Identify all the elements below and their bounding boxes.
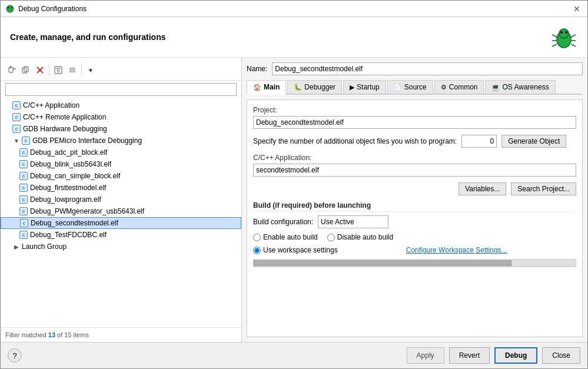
svg-line-12 xyxy=(571,44,576,46)
right-panel: Name: 🏠 Main 🐛 Debugger ▶ Startup 📄 xyxy=(242,58,587,342)
tree-item-gdb-hw[interactable]: c GDB Hardware Debugging xyxy=(1,123,241,135)
tree-item-cpp-remote[interactable]: c C/C++ Remote Application xyxy=(1,111,241,123)
tree-item-debug-test[interactable]: c Debug_TestFDCDBC.elf xyxy=(1,229,241,241)
enable-auto-build-label: Enable auto build xyxy=(263,233,318,241)
c-icon: c xyxy=(19,160,28,168)
debugger-tab-icon: 🐛 xyxy=(294,84,302,91)
cpp-app-input[interactable] xyxy=(253,164,576,177)
tab-source-label: Source xyxy=(404,83,427,91)
name-label: Name: xyxy=(247,65,267,73)
more-options-button[interactable]: ▼ xyxy=(84,64,97,77)
c-icon: c xyxy=(12,113,21,121)
disable-auto-build-radio[interactable] xyxy=(327,234,335,241)
tree-item-debug-pwm[interactable]: c Debug_PWMgenerator_usb5643l.elf xyxy=(1,205,241,217)
toolbar-separator-1 xyxy=(49,65,49,75)
tree-item-cpp-app[interactable]: c C/C++ Application xyxy=(1,99,241,111)
title-bar: Debug Configurations ✕ xyxy=(1,1,587,17)
filter-total: of 15 items xyxy=(57,331,89,338)
use-workspace-radio-item: Use workspace settings xyxy=(253,246,338,254)
svg-line-9 xyxy=(552,44,557,46)
tree-item-debug-second[interactable]: c Debug_secondtestmodel.elf xyxy=(1,217,241,229)
svg-line-7 xyxy=(552,35,557,37)
c-icon: c xyxy=(12,101,21,109)
enable-auto-build-radio[interactable] xyxy=(253,234,261,241)
apply-button[interactable]: Apply xyxy=(407,347,444,364)
filter-button[interactable] xyxy=(52,64,65,77)
tree-item-debug-blink[interactable]: c Debug_blink_usb5643l.elf xyxy=(1,158,241,170)
delete-config-button[interactable] xyxy=(34,64,46,77)
auto-build-radio-group: Enable auto build Disable auto build xyxy=(253,233,576,241)
dialog-title: Debug Configurations xyxy=(18,5,87,13)
horizontal-scrollbar[interactable] xyxy=(253,259,576,267)
project-input[interactable] xyxy=(253,116,576,129)
use-workspace-radio[interactable] xyxy=(253,247,261,254)
tree-item-label: GDB Hardware Debugging xyxy=(23,125,107,133)
new-config-button[interactable] xyxy=(5,64,18,77)
obj-files-label: Specify the number of additional object … xyxy=(253,137,457,145)
tree-item-debug-adc[interactable]: c Debug_adc_pit_block.elf xyxy=(1,147,241,158)
tree-item-label: Debug_blink_usb5643l.elf xyxy=(30,160,111,168)
svg-point-1 xyxy=(8,6,9,8)
build-config-input[interactable] xyxy=(318,215,388,228)
workspace-radio-group: Use workspace settings Configure Workspa… xyxy=(253,246,576,254)
name-input[interactable] xyxy=(272,62,583,75)
tab-debugger[interactable]: 🐛 Debugger xyxy=(287,80,342,94)
close-window-button[interactable]: ✕ xyxy=(571,4,583,14)
project-label: Project: xyxy=(253,106,576,114)
os-tab-icon: 💻 xyxy=(491,84,500,91)
common-tab-icon: ⚙ xyxy=(441,84,447,91)
filter-status: Filter matched 13 of 15 items xyxy=(1,327,241,342)
close-button[interactable]: Close xyxy=(542,347,580,364)
c-icon: c xyxy=(19,172,28,180)
expand-icon: ▼ xyxy=(12,137,21,145)
tab-main[interactable]: 🏠 Main xyxy=(247,80,286,95)
configure-workspace-link[interactable]: Configure Workspace Settings... xyxy=(406,246,507,254)
tab-source[interactable]: 📄 Source xyxy=(387,80,433,94)
config-tree: c C/C++ Application c C/C++ Remote Appli… xyxy=(1,98,241,327)
dialog-icon xyxy=(5,4,15,14)
c-icon: c xyxy=(19,184,28,192)
tree-item-debug-can[interactable]: c Debug_can_simple_block.elf xyxy=(1,170,241,182)
bug-icon xyxy=(550,23,578,51)
tree-item-label: Debug_can_simple_block.elf xyxy=(30,172,120,180)
build-section-header: Build (if required) before launching xyxy=(253,201,576,212)
cpp-app-row: C/C++ Application: xyxy=(253,154,576,177)
tree-item-label: C/C++ Application xyxy=(23,101,79,109)
scrollbar-thumb xyxy=(254,260,511,266)
c-icon: c xyxy=(19,195,28,204)
search-project-button[interactable]: Search Project... xyxy=(511,182,576,195)
variables-button[interactable]: Variables... xyxy=(459,182,506,195)
collapse-all-button[interactable] xyxy=(66,64,79,77)
tree-item-gdb-pemicro[interactable]: ▼ c GDB PEMicro Interface Debugging xyxy=(1,135,241,147)
debug-configurations-dialog: Debug Configurations ✕ Create, manage, a… xyxy=(0,0,588,369)
revert-button[interactable]: Revert xyxy=(449,347,490,364)
tree-item-label: Debug_adc_pit_block.elf xyxy=(30,148,107,157)
tab-debugger-label: Debugger xyxy=(304,83,335,91)
svg-point-2 xyxy=(11,6,12,8)
search-input[interactable] xyxy=(5,83,237,96)
tree-item-label: Debug_secondtestmodel.elf xyxy=(31,219,118,227)
debug-button[interactable]: Debug xyxy=(494,347,537,364)
tab-startup[interactable]: ▶ Startup xyxy=(343,80,386,94)
config-main-tab: Project: Specify the number of additiona… xyxy=(247,99,583,337)
use-workspace-label: Use workspace settings xyxy=(263,246,338,254)
tree-item-debug-first[interactable]: c Debug_firsttestmodel.elf xyxy=(1,182,241,194)
tree-item-debug-low[interactable]: c Debug_lowprogram.elf xyxy=(1,194,241,205)
help-button[interactable]: ? xyxy=(8,348,22,363)
obj-files-input[interactable] xyxy=(461,135,497,148)
c-icon: c xyxy=(19,231,28,239)
generate-object-button[interactable]: Generate Object xyxy=(501,135,566,148)
svg-point-4 xyxy=(559,29,569,38)
tab-common[interactable]: ⚙ Common xyxy=(434,80,484,94)
tab-startup-label: Startup xyxy=(357,83,380,91)
obj-files-row: Specify the number of additional object … xyxy=(253,135,576,148)
duplicate-config-button[interactable] xyxy=(19,64,32,77)
c-icon: c xyxy=(22,137,30,145)
c-icon: c xyxy=(19,148,28,157)
c-icon: c xyxy=(12,125,21,133)
tree-item-launch-group[interactable]: ▶ Launch Group xyxy=(1,241,241,252)
project-row: Project: xyxy=(253,106,576,129)
disable-auto-build-radio-item: Disable auto build xyxy=(327,233,393,241)
tab-os-awareness[interactable]: 💻 OS Awareness xyxy=(485,80,555,94)
c-icon: c xyxy=(20,219,28,227)
